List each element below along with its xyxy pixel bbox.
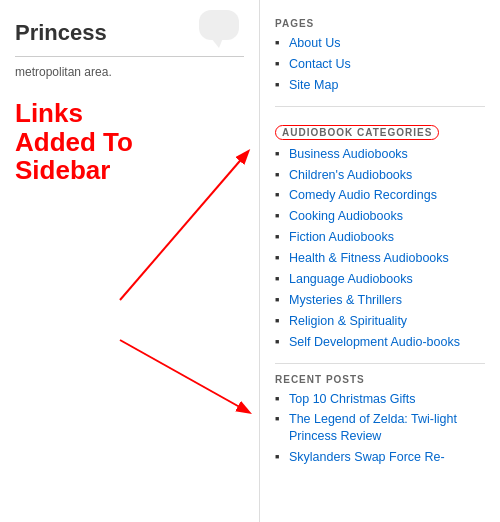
list-item: Top 10 Christmas Gifts <box>275 391 485 408</box>
sidebar-divider-2 <box>275 363 485 364</box>
list-item: Language Audiobooks <box>275 271 485 288</box>
chat-bubble-icon <box>199 10 239 40</box>
contact-us-link[interactable]: Contact Us <box>289 57 351 71</box>
childrens-audiobooks-link[interactable]: Children's Audiobooks <box>289 168 412 182</box>
recent-posts-section-label: RECENT POSTS <box>275 374 485 385</box>
list-item: Mysteries & Thrillers <box>275 292 485 309</box>
list-item: Comedy Audio Recordings <box>275 187 485 204</box>
pages-section-label: PAGES <box>275 18 485 29</box>
main-container: Princess metropolitan area. LinksAdded T… <box>0 0 500 522</box>
sidebar: PAGES About Us Contact Us Site Map AUDIO… <box>260 0 500 522</box>
divider <box>15 56 244 57</box>
left-content: Princess metropolitan area. LinksAdded T… <box>0 0 260 522</box>
language-audiobooks-link[interactable]: Language Audiobooks <box>289 272 413 286</box>
religion-spirituality-link[interactable]: Religion & Spirituality <box>289 314 407 328</box>
fiction-audiobooks-link[interactable]: Fiction Audiobooks <box>289 230 394 244</box>
categories-list: Business Audiobooks Children's Audiobook… <box>275 146 485 351</box>
pages-list: About Us Contact Us Site Map <box>275 35 485 94</box>
twilight-princess-review-link[interactable]: The Legend of Zelda: Twi-light Princess … <box>289 412 457 443</box>
list-item: About Us <box>275 35 485 52</box>
top-10-christmas-gifts-link[interactable]: Top 10 Christmas Gifts <box>289 392 415 406</box>
list-item: Cooking Audiobooks <box>275 208 485 225</box>
links-label: LinksAdded ToSidebar <box>15 99 244 185</box>
list-item: Fiction Audiobooks <box>275 229 485 246</box>
list-item: Skylanders Swap Force Re- <box>275 449 485 466</box>
business-audiobooks-link[interactable]: Business Audiobooks <box>289 147 408 161</box>
categories-section-label: AUDIOBOOK CATEGORIES <box>275 125 439 140</box>
mysteries-thrillers-link[interactable]: Mysteries & Thrillers <box>289 293 402 307</box>
list-item: Self Development Audio-books <box>275 334 485 351</box>
health-fitness-audiobooks-link[interactable]: Health & Fitness Audiobooks <box>289 251 449 265</box>
skylanders-link[interactable]: Skylanders Swap Force Re- <box>289 450 445 464</box>
list-item: Contact Us <box>275 56 485 73</box>
list-item: Religion & Spirituality <box>275 313 485 330</box>
links-box: LinksAdded ToSidebar <box>15 99 244 185</box>
svg-line-1 <box>120 340 245 410</box>
list-item: The Legend of Zelda: Twi-light Princess … <box>275 411 485 445</box>
list-item: Site Map <box>275 77 485 94</box>
recent-posts-list: Top 10 Christmas Gifts The Legend of Zel… <box>275 391 485 467</box>
site-map-link[interactable]: Site Map <box>289 78 338 92</box>
list-item: Health & Fitness Audiobooks <box>275 250 485 267</box>
self-development-audiobooks-link[interactable]: Self Development Audio-books <box>289 335 460 349</box>
comedy-audio-recordings-link[interactable]: Comedy Audio Recordings <box>289 188 437 202</box>
cooking-audiobooks-link[interactable]: Cooking Audiobooks <box>289 209 403 223</box>
about-us-link[interactable]: About Us <box>289 36 340 50</box>
metro-text: metropolitan area. <box>15 65 244 79</box>
list-item: Business Audiobooks <box>275 146 485 163</box>
sidebar-divider-1 <box>275 106 485 107</box>
list-item: Children's Audiobooks <box>275 167 485 184</box>
